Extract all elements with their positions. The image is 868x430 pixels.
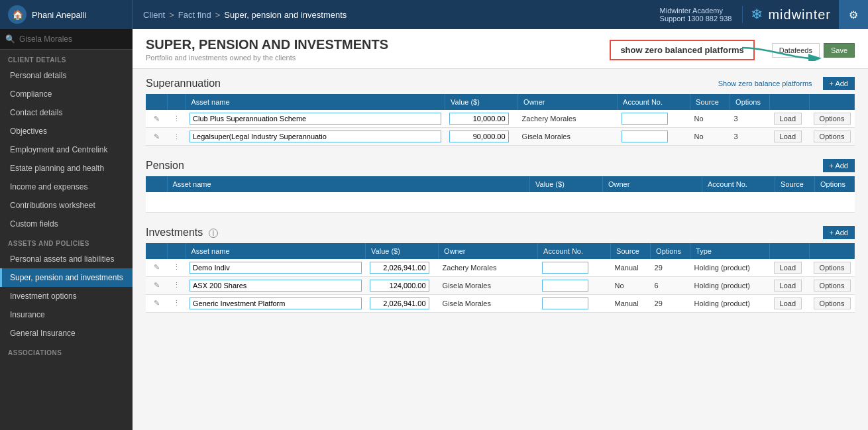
- super-optbtn-1[interactable]: Options: [810, 128, 855, 146]
- investments-add-button[interactable]: + Add: [823, 226, 855, 239]
- super-info-1[interactable]: ⋮: [167, 128, 186, 146]
- super-edit-0[interactable]: ✎: [146, 110, 167, 128]
- inv-info-1[interactable]: ⋮: [167, 276, 186, 294]
- super-value-1[interactable]: [445, 128, 518, 146]
- inv-col-acct: Account No.: [538, 243, 611, 259]
- breadcrumb-factfind[interactable]: Fact find: [178, 10, 211, 20]
- settings-button[interactable]: ⚙: [839, 0, 868, 29]
- inv-assetname-2[interactable]: [186, 294, 366, 312]
- super-col-opt-btn: [810, 94, 855, 110]
- sidebar-item-employment[interactable]: Employment and Centrelink: [0, 140, 133, 159]
- inv-row-1: ✎ ⋮ Gisela Morales No 6 Holding (product…: [146, 276, 855, 294]
- sidebar-item-estate[interactable]: Estate planning and health: [0, 159, 133, 178]
- inv-type-2: Holding (product): [690, 294, 770, 312]
- super-load-1[interactable]: Load: [770, 128, 810, 146]
- super-assetname-1[interactable]: [186, 128, 445, 146]
- inv-acct-0[interactable]: [538, 259, 611, 277]
- pension-col-asset: Asset name: [167, 176, 530, 192]
- section-assets-policies: ASSETS AND POLICIES: [0, 233, 133, 250]
- sidebar-item-personal-assets[interactable]: Personal assets and liabilities: [0, 250, 133, 268]
- inv-source-0: Manual: [611, 259, 651, 277]
- inv-assetname-1[interactable]: [186, 276, 366, 294]
- search-input[interactable]: [19, 34, 127, 44]
- inv-col-asset: Asset name: [186, 243, 366, 259]
- super-col-info: [167, 94, 186, 110]
- pension-col-options: Options: [815, 176, 855, 192]
- inv-owner-1: Gisela Morales: [439, 276, 538, 294]
- support-phone: Support 1300 882 938: [660, 15, 732, 23]
- inv-edit-1[interactable]: ✎: [146, 276, 167, 294]
- pension-col-acct: Account No.: [702, 176, 775, 192]
- annotation-arrow: [742, 34, 822, 61]
- inv-col-type: Type: [690, 243, 770, 259]
- investments-section: Investments i + Add Asset name Value ($)…: [146, 226, 855, 313]
- inv-value-2[interactable]: [366, 294, 439, 312]
- sidebar: 🔍 CLIENT DETAILS Personal details Compli…: [0, 29, 133, 430]
- save-button[interactable]: Save: [824, 43, 855, 58]
- super-assetname-0[interactable]: [186, 110, 445, 128]
- inv-optbtn-1[interactable]: Options: [810, 276, 855, 294]
- inv-info-0[interactable]: ⋮: [167, 259, 186, 277]
- super-source-1: No: [690, 128, 730, 146]
- super-load-0[interactable]: Load: [770, 110, 810, 128]
- inv-col-options: Options: [651, 243, 690, 259]
- pension-title: Pension: [146, 160, 184, 172]
- sidebar-item-contact-details[interactable]: Contact details: [0, 103, 133, 122]
- investments-info-icon[interactable]: i: [209, 229, 218, 238]
- pension-table: Asset name Value ($) Owner Account No. S…: [146, 176, 855, 213]
- sidebar-item-super[interactable]: Super, pension and investments: [0, 268, 133, 287]
- sidebar-item-investment-options[interactable]: Investment options: [0, 287, 133, 305]
- investments-header-row: Investments i + Add: [146, 226, 855, 239]
- inv-col-source: Source: [611, 243, 651, 259]
- inv-load-1[interactable]: Load: [770, 276, 810, 294]
- inv-acct-2[interactable]: [538, 294, 611, 312]
- pension-col-edit: [146, 176, 167, 192]
- pension-empty-row: [146, 192, 855, 212]
- sidebar-item-compliance[interactable]: Compliance: [0, 85, 133, 103]
- inv-owner-2: Gisela Morales: [439, 294, 538, 312]
- inv-assetname-0[interactable]: [186, 259, 366, 277]
- super-add-button[interactable]: + Add: [823, 77, 855, 90]
- inv-col-edit: [146, 243, 167, 259]
- inv-edit-0[interactable]: ✎: [146, 259, 167, 277]
- sidebar-item-contributions[interactable]: Contributions worksheet: [0, 196, 133, 215]
- super-col-value: Value ($): [445, 94, 518, 110]
- super-optbtn-0[interactable]: Options: [810, 110, 855, 128]
- main-content: SUPER, PENSION AND INVESTMENTS Portfolio…: [133, 29, 868, 430]
- pension-add-button[interactable]: + Add: [823, 159, 855, 172]
- inv-load-0[interactable]: Load: [770, 259, 810, 277]
- pension-col-source: Source: [775, 176, 815, 192]
- inv-row-2: ✎ ⋮ Gisela Morales Manual 29 Holding (pr…: [146, 294, 855, 312]
- annotation-callout: show zero balanced platforms: [610, 40, 754, 60]
- super-col-options: Options: [730, 94, 770, 110]
- super-value-0[interactable]: [445, 110, 518, 128]
- inv-optbtn-2[interactable]: Options: [810, 294, 855, 312]
- sidebar-item-objectives[interactable]: Objectives: [0, 122, 133, 140]
- super-edit-1[interactable]: ✎: [146, 128, 167, 146]
- super-info-0[interactable]: ⋮: [167, 110, 186, 128]
- inv-value-0[interactable]: [366, 259, 439, 277]
- breadcrumb-client[interactable]: Client: [143, 10, 165, 20]
- super-acct-0[interactable]: [618, 110, 690, 128]
- sidebar-item-general-insurance[interactable]: General Insurance: [0, 324, 133, 343]
- inv-col-value: Value ($): [366, 243, 439, 259]
- inv-row-0: ✎ ⋮ Zachery Morales Manual 29 Holding (p…: [146, 259, 855, 277]
- inv-load-2[interactable]: Load: [770, 294, 810, 312]
- breadcrumb-current: Super, pension and investments: [224, 10, 347, 20]
- inv-edit-2[interactable]: ✎: [146, 294, 167, 312]
- inv-acct-1[interactable]: [538, 276, 611, 294]
- section-associations: ASSOCIATIONS: [0, 343, 133, 359]
- sidebar-item-personal-details[interactable]: Personal details: [0, 66, 133, 85]
- show-zero-balance-link[interactable]: Show zero balance platforms: [718, 80, 812, 87]
- super-acct-1[interactable]: [618, 128, 690, 146]
- sidebar-item-insurance[interactable]: Insurance: [0, 305, 133, 324]
- search-bar[interactable]: 🔍: [0, 29, 133, 50]
- sidebar-item-income[interactable]: Income and expenses: [0, 178, 133, 196]
- inv-value-1[interactable]: [366, 276, 439, 294]
- inv-info-2[interactable]: ⋮: [167, 294, 186, 312]
- inv-optbtn-0[interactable]: Options: [810, 259, 855, 277]
- academy-text: Midwinter Academy: [660, 7, 732, 15]
- sidebar-item-custom-fields[interactable]: Custom fields: [0, 215, 133, 233]
- super-header-row: Superannuation Show zero balance platfor…: [146, 77, 855, 90]
- home-icon[interactable]: 🏠: [8, 5, 27, 24]
